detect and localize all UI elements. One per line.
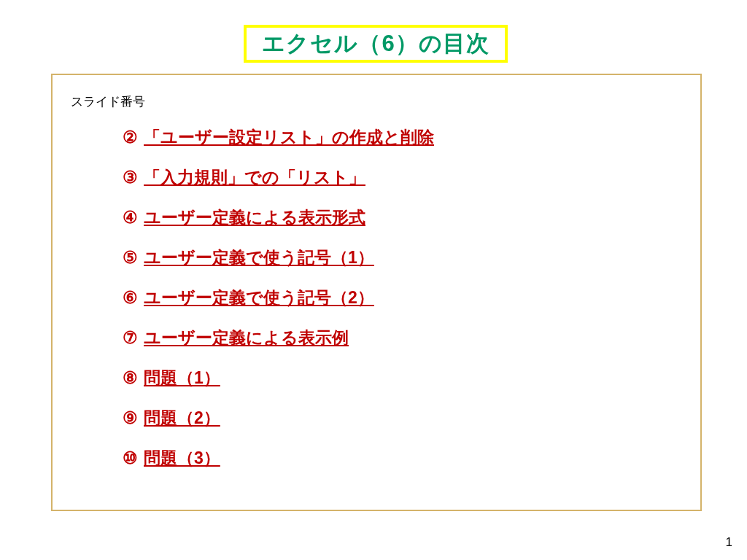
toc-link[interactable]: ユーザー定義で使う記号（1）	[144, 246, 374, 269]
toc-link[interactable]: 「入力規則」での「リスト」	[144, 166, 365, 189]
toc-link[interactable]: 問題（1）	[144, 367, 220, 389]
toc-marker: ⑨	[123, 408, 138, 428]
toc-marker: ⑩	[123, 448, 138, 468]
toc-link[interactable]: 問題（3）	[144, 447, 220, 470]
toc-link[interactable]: 「ユーザー設定リスト」の作成と削除	[144, 126, 434, 149]
slide-number-label: スライド番号	[71, 93, 145, 110]
toc-list: ② 「ユーザー設定リスト」の作成と削除 ③ 「入力規則」での「リスト」 ④ ユー…	[123, 126, 434, 487]
toc-marker: ④	[123, 208, 138, 228]
toc-item: ⑩ 問題（3）	[123, 447, 434, 470]
toc-marker: ⑦	[123, 328, 138, 348]
toc-item: ⑧ 問題（1）	[123, 367, 434, 389]
toc-item: ③ 「入力規則」での「リスト」	[123, 166, 434, 189]
toc-marker: ③	[123, 168, 138, 187]
toc-item: ⑥ ユーザー定義で使う記号（2）	[123, 287, 434, 309]
toc-marker: ⑤	[123, 248, 138, 268]
toc-marker: ②	[123, 128, 138, 147]
toc-link[interactable]: ユーザー定義による表示例	[144, 327, 349, 349]
page-title: エクセル（6）の目次	[262, 28, 489, 59]
toc-item: ⑨ 問題（2）	[123, 407, 434, 429]
toc-link[interactable]: ユーザー定義で使う記号（2）	[144, 287, 374, 309]
toc-item: ⑦ ユーザー定義による表示例	[123, 327, 434, 349]
toc-item: ④ ユーザー定義による表示形式	[123, 206, 434, 229]
toc-marker: ⑥	[123, 288, 138, 308]
toc-item: ⑤ ユーザー定義で使う記号（1）	[123, 246, 434, 269]
page-number: 1	[726, 535, 732, 550]
toc-link[interactable]: ユーザー定義による表示形式	[144, 206, 365, 229]
toc-marker: ⑧	[123, 368, 138, 388]
toc-link[interactable]: 問題（2）	[144, 407, 220, 429]
title-box: エクセル（6）の目次	[244, 25, 508, 63]
content-box: スライド番号 ② 「ユーザー設定リスト」の作成と削除 ③ 「入力規則」での「リス…	[51, 74, 702, 511]
toc-item: ② 「ユーザー設定リスト」の作成と削除	[123, 126, 434, 149]
